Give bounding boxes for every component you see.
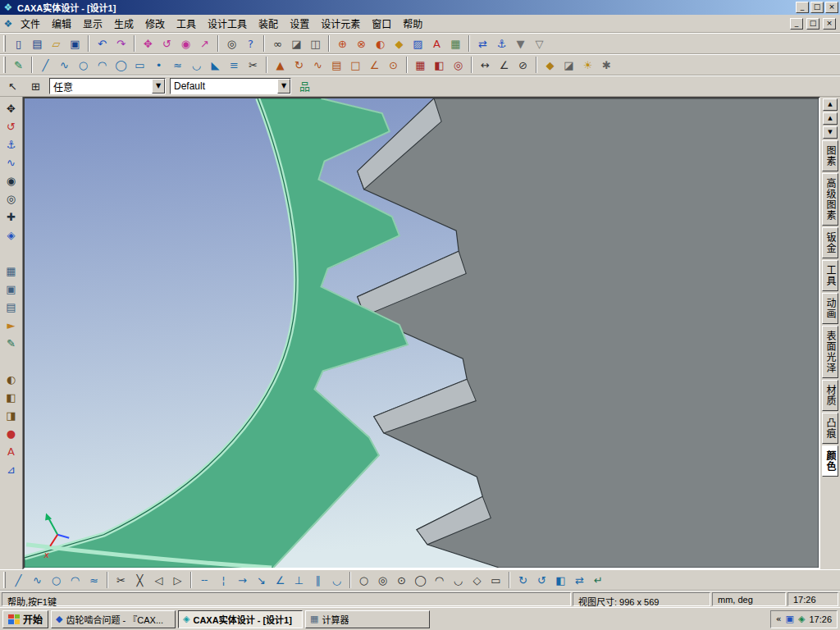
target-view-tool-icon[interactable]: ✚ [2,208,21,226]
shaded-view-icon[interactable]: ◪ [287,34,306,52]
loft-icon[interactable]: ▤ [327,56,346,74]
offset-tool-icon[interactable]: ≡ [225,56,244,74]
anchor-tool-icon[interactable]: ⚓ [2,135,21,153]
revolve-icon[interactable]: ↻ [290,56,308,74]
rotate-ccw-icon[interactable]: ↺ [532,571,551,589]
mirror-feature-icon[interactable]: ◧ [430,56,449,74]
dynamic-zoom-icon[interactable]: ◉ [176,34,195,52]
fit-scene-tool-icon[interactable]: ◈ [2,226,21,244]
animation-film-tool-icon[interactable]: ▤ [2,298,21,316]
smooth-view-icon[interactable]: ∞ [268,34,287,52]
shell-icon[interactable]: □ [346,56,365,74]
mirror-icon[interactable]: ◧ [551,571,570,589]
smooth-edit-tool-icon[interactable]: ◐ [2,370,21,388]
menu-settings[interactable]: 设置 [284,14,315,33]
rect-tool-icon[interactable]: ▭ [130,56,149,74]
menu-generate[interactable]: 生成 [108,14,139,33]
select-cursor-icon[interactable]: ↖ [3,77,22,95]
multi-line-icon[interactable]: ∿ [28,571,47,589]
diameter-dim-icon[interactable]: ⊘ [514,56,532,74]
circle-center-radius-icon[interactable]: ○ [354,571,373,589]
sketch-2d-icon[interactable]: ✎ [9,56,28,74]
camera-tool-icon[interactable]: ▣ [2,280,21,298]
parallel-icon[interactable]: ∥ [308,571,327,589]
selection-filter-combobox[interactable]: 任意 ▼ [49,78,166,94]
scale-icon[interactable]: ⇄ [570,571,589,589]
menu-design-tools[interactable]: 设计工具 [202,14,253,33]
options-icon[interactable]: ✱ [597,56,616,74]
point-tool-icon[interactable]: • [149,56,168,74]
chevron-down-icon[interactable]: ▼ [152,79,165,94]
drop-material-icon[interactable]: ◆ [390,34,409,52]
line-icon[interactable]: ╱ [36,56,55,74]
start-button[interactable]: 开始 [2,610,48,628]
menu-help[interactable]: 帮助 [397,14,428,33]
circle-two-point-icon[interactable]: ◎ [373,571,392,589]
menu-edit[interactable]: 编辑 [46,14,77,33]
mdi-document-icon[interactable]: ❖ [2,18,15,30]
extend-icon[interactable]: ▷ [168,571,187,589]
fillet-tool-icon[interactable]: ◡ [187,56,206,74]
mdi-minimize-button[interactable]: _ [790,18,803,30]
spline-icon[interactable]: ≈ [84,571,103,589]
rectangle-icon[interactable]: ▭ [486,571,505,589]
arc-tool-icon[interactable]: ◠ [93,56,112,74]
tray-app-icon[interactable]: ▣ [786,614,794,624]
toolbar-grip[interactable] [3,35,6,52]
tangent-icon[interactable]: ◡ [327,571,346,589]
catalog-scroll-up-icon[interactable]: ▲ [823,98,838,111]
draft-icon[interactable]: ∠ [365,56,384,74]
face-edit-tool-icon[interactable]: ◧ [2,388,21,406]
break-icon[interactable]: ╳ [130,571,149,589]
magnet-off-icon[interactable]: ▽ [530,34,549,52]
light-icon[interactable]: ☀ [578,56,597,74]
wireframe-view-icon[interactable]: ◫ [306,34,325,52]
measure-angle-icon[interactable]: ∠ [495,56,514,74]
rotate-cw-icon[interactable]: ↻ [514,571,532,589]
angle-line-icon[interactable]: ∠ [271,571,290,589]
polygon-icon[interactable]: ◇ [468,571,486,589]
undo-icon[interactable]: ↶ [93,34,112,52]
tab-material[interactable]: 材质 [822,380,838,411]
center-line-icon[interactable]: ¦ [214,571,233,589]
close-button[interactable]: × [825,2,838,13]
text-tool-icon[interactable]: A [2,442,21,460]
menu-file[interactable]: 文件 [15,14,46,33]
display-mode-tool-icon[interactable]: ▦ [2,262,21,280]
measure-distance-icon[interactable]: ↔ [476,56,495,74]
zoom-in-tool-icon[interactable]: ◉ [2,171,21,189]
perpendicular-icon[interactable]: ⊥ [290,571,308,589]
catalog-page-down-icon[interactable]: ▼ [823,126,838,139]
tray-expand-icon[interactable]: « [776,614,782,624]
toolbar-grip[interactable] [3,57,6,73]
task-caxa[interactable]: ◈ CAXA实体设计 - [设计1] [178,610,303,628]
circle-three-point-icon[interactable]: ⊙ [392,571,411,589]
spline-tool-icon[interactable]: ≈ [168,56,187,74]
tab-color[interactable]: 颜色 [822,445,838,477]
minimize-button[interactable]: _ [796,2,809,13]
tab-sheet-metal[interactable]: 钣金 [822,227,838,258]
menu-window[interactable]: 窗口 [366,14,397,33]
dash-line-icon[interactable]: ╌ [195,571,214,589]
select-box-icon[interactable]: ⊞ [26,77,45,95]
finish-sketch-icon[interactable]: ↵ [589,571,608,589]
task-browser[interactable]: ◆ 齿轮啮合问题 - 『CAX... [51,610,176,628]
render-icon[interactable]: ◪ [559,56,578,74]
title-bar[interactable]: ❖ CAXA实体设计 - [设计1] _□× [0,0,840,15]
tab-advanced-primitives[interactable]: 高级图素 [822,173,838,226]
apply-surface-icon[interactable]: ▨ [409,34,427,52]
circular-array-icon[interactable]: ◎ [449,56,468,74]
maximize-button[interactable]: □ [810,2,824,13]
circle-tool-icon[interactable]: ○ [74,56,93,74]
open-icon[interactable]: ▱ [47,34,66,52]
find-icon[interactable]: ◎ [222,34,241,52]
tab-animation[interactable]: 动画 [822,293,838,324]
move-tool-icon[interactable]: ✥ [2,99,21,117]
mdi-restore-button[interactable]: □ [806,18,819,30]
style-combobox[interactable]: Default ▼ [170,78,291,94]
tab-primitives[interactable]: 图素 [822,140,838,171]
tray-input-icon[interactable]: ◈ [798,614,805,624]
ellipse-tool-icon[interactable]: ◯ [112,56,130,74]
new-icon[interactable]: ▯ [9,34,28,52]
link-icon[interactable]: ⇄ [473,34,492,52]
